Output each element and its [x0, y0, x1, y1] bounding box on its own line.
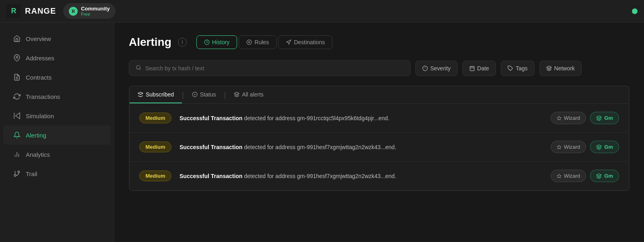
svg-rect-18	[470, 66, 474, 71]
network-filter-button[interactable]: Network	[539, 61, 582, 76]
sidebar-label-alerting: Alerting	[26, 132, 46, 139]
status-indicator	[632, 8, 638, 14]
search-input[interactable]	[145, 65, 404, 72]
svg-marker-29	[597, 174, 601, 176]
search-box[interactable]	[129, 60, 411, 76]
wizard-button[interactable]: Wizard	[551, 112, 586, 124]
community-name: Community	[81, 6, 110, 12]
network-badge[interactable]: Gm	[590, 170, 619, 182]
sidebar-item-trail[interactable]: Trail	[3, 164, 111, 183]
alert-actions: Wizard Gm	[551, 112, 619, 124]
network-badge[interactable]: Gm	[590, 141, 619, 153]
info-icon[interactable]: i	[178, 38, 187, 47]
community-badge-text: Community Free	[81, 6, 110, 16]
sidebar-label-trail: Trail	[26, 170, 37, 177]
home-icon	[13, 35, 21, 43]
rules-tab-icon	[246, 39, 252, 45]
svg-point-8	[14, 174, 16, 176]
alert-row: Medium Successful Transaction detected f…	[130, 133, 629, 162]
all-alerts-tab-icon	[234, 92, 239, 97]
sidebar-item-overview[interactable]: Overview	[3, 29, 111, 48]
bell-icon	[13, 131, 21, 139]
sidebar-item-contracts[interactable]: Contracts	[3, 68, 111, 87]
community-badge[interactable]: R Community Free	[63, 3, 116, 19]
file-text-icon	[13, 73, 21, 81]
page-title: Alerting	[129, 36, 171, 49]
svg-marker-27	[597, 116, 601, 118]
wizard-button[interactable]: Wizard	[551, 141, 586, 153]
subscribed-tab-icon	[138, 92, 143, 97]
refresh-icon	[13, 92, 21, 100]
svg-point-10	[247, 40, 252, 45]
tab-rules[interactable]: Rules	[239, 35, 277, 49]
sidebar-label-overview: Overview	[26, 35, 51, 42]
tags-filter-button[interactable]: Tags	[501, 61, 535, 76]
svg-marker-28	[597, 145, 601, 147]
svg-point-0	[16, 56, 18, 58]
destinations-tab-icon	[286, 39, 291, 45]
sidebar-item-simulation[interactable]: Simulation	[3, 106, 111, 125]
svg-marker-26	[234, 92, 239, 94]
sub-tabs-container: Subscribed | Status |	[129, 86, 629, 104]
tags-filter-icon	[508, 66, 513, 71]
svg-point-7	[18, 171, 20, 173]
date-filter-icon	[469, 66, 475, 71]
map-pin-icon	[13, 54, 21, 62]
svg-marker-24	[138, 92, 143, 94]
sidebar-label-transactions: Transactions	[26, 93, 60, 100]
main-content: Alerting i History Rules	[114, 23, 644, 242]
tabs-nav: History Rules Destinations	[196, 35, 332, 49]
alert-text: Successful Transaction detected for addr…	[180, 115, 543, 121]
sidebar-label-simulation: Simulation	[26, 113, 54, 119]
svg-point-13	[136, 66, 140, 69]
wizard-button[interactable]: Wizard	[551, 170, 586, 182]
logo-text: RANGE	[25, 6, 56, 16]
community-plan: Free	[81, 12, 110, 16]
logo-area: R RANGE	[6, 4, 56, 18]
date-filter-button[interactable]: Date	[462, 61, 496, 76]
svg-marker-23	[547, 66, 551, 68]
svg-marker-12	[287, 40, 291, 44]
sidebar-item-alerting[interactable]: Alerting	[3, 125, 111, 145]
sidebar-item-addresses[interactable]: Addresses	[3, 48, 111, 68]
alert-text: Successful Transaction detected for addr…	[180, 173, 543, 179]
svg-point-11	[249, 41, 250, 43]
sub-tab-status[interactable]: Status	[184, 86, 224, 103]
app-layout: Overview Addresses Contra	[0, 23, 644, 242]
network-badge-icon	[596, 173, 602, 179]
alert-container: Subscribed | Status |	[129, 86, 630, 191]
severity-filter-button[interactable]: Severity	[415, 61, 458, 76]
filter-bar: Severity Date Tags	[129, 60, 630, 76]
severity-badge: Medium	[139, 170, 171, 181]
alert-actions: Wizard Gm	[551, 170, 619, 182]
sub-tabs: Subscribed | Status |	[130, 86, 629, 104]
severity-badge: Medium	[139, 113, 171, 123]
network-filter-icon	[546, 66, 552, 71]
network-badge-icon	[596, 115, 602, 121]
sidebar: Overview Addresses Contra	[0, 23, 114, 242]
alert-row: Medium Successful Transaction detected f…	[130, 104, 629, 133]
alert-text: Successful Transaction detected for addr…	[180, 144, 543, 150]
alert-row: Medium Successful Transaction detected f…	[130, 162, 629, 190]
network-badge[interactable]: Gm	[590, 112, 619, 124]
sub-tab-all-alerts[interactable]: All alerts	[226, 86, 272, 103]
page-header: Alerting i History Rules	[129, 35, 630, 49]
sub-tab-subscribed[interactable]: Subscribed	[130, 86, 182, 103]
sidebar-label-addresses: Addresses	[26, 55, 54, 62]
bar-chart-icon	[13, 150, 21, 158]
community-badge-icon: R	[69, 7, 78, 16]
tab-destinations[interactable]: Destinations	[278, 35, 332, 49]
wizard-icon	[557, 174, 561, 178]
topbar: R RANGE R Community Free	[0, 0, 644, 23]
sidebar-label-analytics: Analytics	[26, 151, 50, 158]
search-icon	[136, 65, 141, 72]
sidebar-label-contracts: Contracts	[26, 74, 52, 81]
status-tab-icon	[192, 92, 198, 97]
alert-actions: Wizard Gm	[551, 141, 619, 153]
tab-history[interactable]: History	[196, 35, 237, 49]
svg-line-14	[140, 69, 141, 70]
sidebar-item-transactions[interactable]: Transactions	[3, 87, 111, 106]
network-badge-icon	[596, 144, 602, 150]
sidebar-item-analytics[interactable]: Analytics	[3, 145, 111, 164]
play-icon	[13, 112, 21, 120]
